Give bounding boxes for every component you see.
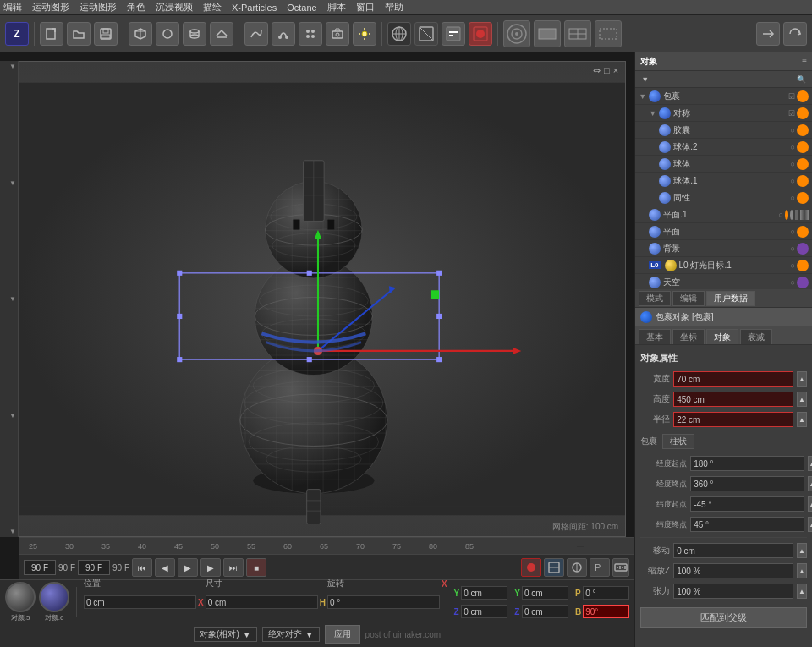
y-size-input[interactable] (522, 586, 568, 600)
om-color-light[interactable] (797, 260, 809, 271)
om-item-qiuti[interactable]: 球体 ○ (635, 156, 812, 173)
render-button[interactable] (414, 22, 438, 46)
mode-tab-edit[interactable]: 编辑 (672, 291, 705, 306)
prop-tab-coords[interactable]: 坐标 (672, 329, 705, 344)
menu-item-immersive[interactable]: 沉浸视频 (156, 1, 193, 14)
om-item-tiankon[interactable]: 天空 ○ (635, 274, 812, 289)
go-to-start-btn[interactable]: ⏮ (132, 558, 152, 577)
om-vis-tiankon[interactable]: ○ (791, 278, 795, 287)
plane-tool[interactable] (210, 22, 233, 46)
om-color-qiuti2[interactable] (797, 141, 809, 153)
om-vis-light[interactable]: ○ (791, 261, 795, 270)
om-vis-duichen[interactable]: ☑ (788, 109, 795, 118)
cube-tool[interactable] (129, 22, 152, 46)
light-tool[interactable] (353, 22, 376, 46)
width-input[interactable] (673, 371, 793, 387)
next-frame-btn[interactable]: ▶ (200, 558, 221, 577)
menu-item-help[interactable]: 帮助 (385, 1, 403, 14)
move-spinner[interactable]: ▲ (797, 543, 807, 558)
mode-tab-mode[interactable]: 模式 (639, 291, 671, 306)
om-vis-tongxing[interactable]: ○ (791, 194, 795, 202)
height-spinner-up[interactable]: ▲ (797, 392, 807, 407)
om-color-baoguo[interactable] (797, 90, 809, 102)
material-ball-1[interactable] (5, 582, 36, 612)
om-vis-qiuti1[interactable]: ○ (791, 177, 795, 185)
tension-spinner[interactable]: ▲ (797, 584, 807, 599)
menu-item-motion[interactable]: 运动图形 (32, 1, 69, 14)
start-frame-input[interactable] (24, 560, 56, 575)
om-item-jiaonang[interactable]: 胶囊 ○ (635, 122, 812, 139)
om-vis-qiuti[interactable]: ○ (791, 160, 795, 168)
menu-item-character[interactable]: 角色 (127, 1, 145, 14)
coord-absolute-dropdown[interactable]: 绝对对齐 ▼ (262, 627, 320, 642)
om-item-pingmian1[interactable]: 平面.1 ○ (635, 206, 812, 223)
menu-item-script[interactable]: 脚本 (327, 1, 346, 14)
om-vis-pingmian[interactable]: ○ (791, 228, 795, 236)
om-color-jiaonang[interactable] (797, 124, 809, 136)
jingdu-end-spinner[interactable]: ▲ (808, 476, 812, 491)
om-color-qiuti[interactable] (797, 158, 809, 170)
jingdu-start-input[interactable] (690, 456, 804, 471)
move-input[interactable] (673, 543, 793, 558)
deformer-tool[interactable] (272, 22, 295, 46)
om-color-tiankon[interactable] (797, 277, 809, 288)
om-color-beijing[interactable] (797, 243, 809, 255)
menu-item-sketch[interactable]: 描绘 (203, 1, 222, 14)
jingdu-start-spinner[interactable]: ▲ (808, 456, 812, 471)
y-pos-input[interactable] (461, 586, 508, 600)
logo-button[interactable]: Z (5, 22, 29, 46)
om-color-qiuti1[interactable] (797, 175, 809, 187)
om-color-pingmian[interactable] (797, 226, 809, 238)
transport-icon-1[interactable] (521, 558, 541, 577)
material-1[interactable]: 对颜.5 (5, 582, 36, 622)
scale-spinner[interactable]: ▲ (797, 563, 807, 578)
mograph-tool[interactable] (299, 22, 322, 46)
apply-transform-button[interactable]: 应用 (325, 625, 360, 644)
prop-tab-basic[interactable]: 基本 (639, 329, 671, 344)
material-2[interactable]: 对颜.6 (39, 582, 69, 622)
om-item-baoguo[interactable]: ▼ 包裹 ☑ (635, 88, 812, 105)
mode-hidden-button[interactable] (595, 20, 622, 47)
om-search-btn[interactable]: 🔍 (794, 74, 809, 85)
transport-icon-2[interactable] (544, 558, 564, 577)
om-item-tongxing[interactable]: 同性 ○ (635, 189, 812, 206)
wrap-type-radio[interactable]: 柱状 (662, 434, 694, 449)
p-rot-input[interactable] (583, 586, 629, 600)
transport-icon-3[interactable] (567, 558, 587, 577)
x-pos-input[interactable] (84, 595, 196, 609)
mode-flat-button[interactable] (534, 20, 561, 47)
weidu-end-input[interactable] (690, 517, 804, 532)
om-filter-btn[interactable]: ▼ (639, 74, 651, 85)
om-menu-btn[interactable]: ≡ (802, 57, 807, 66)
viewport-icon-3[interactable]: × (613, 65, 618, 76)
new-file-button[interactable] (40, 22, 63, 46)
mode-wire-button[interactable] (564, 20, 591, 47)
om-item-duichen[interactable]: ▼ 对称 ☑ (635, 105, 812, 122)
om-color-tongxing[interactable] (797, 192, 809, 204)
3d-viewport[interactable]: 网格间距: 100 cm ⇔ □ × (19, 61, 626, 537)
current-frame-input[interactable] (78, 560, 110, 575)
sphere-tool[interactable] (156, 22, 179, 46)
om-color-duichen[interactable] (797, 107, 809, 119)
prop-tab-falloff[interactable]: 衰减 (740, 329, 772, 344)
sync-icon[interactable] (783, 22, 807, 46)
jingdu-end-input[interactable] (690, 476, 804, 491)
scale-input[interactable] (673, 563, 793, 578)
om-item-qiuti2[interactable]: 球体.2 ○ (635, 139, 812, 156)
menu-item-octane[interactable]: Octane (287, 3, 316, 13)
x-size-input[interactable] (206, 595, 318, 609)
om-item-beijing[interactable]: 背景 ○ (635, 240, 812, 257)
om-vis-jiaonang[interactable]: ○ (791, 126, 795, 134)
prop-tab-object[interactable]: 对象 (706, 329, 738, 344)
save-file-button[interactable] (94, 22, 118, 46)
om-item-pingmian[interactable]: 平面 ○ (635, 223, 812, 240)
menu-item-motion2[interactable]: 运动图形 (80, 1, 117, 14)
om-item-light[interactable]: L0 L0 灯光目标.1 ○ (635, 257, 812, 274)
radius-spinner-up[interactable]: ▲ (797, 412, 807, 427)
weidu-start-input[interactable] (690, 496, 804, 512)
coord-mode-dropdown[interactable]: 对象(相对) ▼ (194, 627, 257, 642)
height-input[interactable] (673, 392, 793, 407)
cylinder-tool[interactable] (183, 22, 206, 46)
mode-render-button[interactable] (503, 20, 530, 47)
om-vis-qiuti2[interactable]: ○ (791, 143, 795, 151)
